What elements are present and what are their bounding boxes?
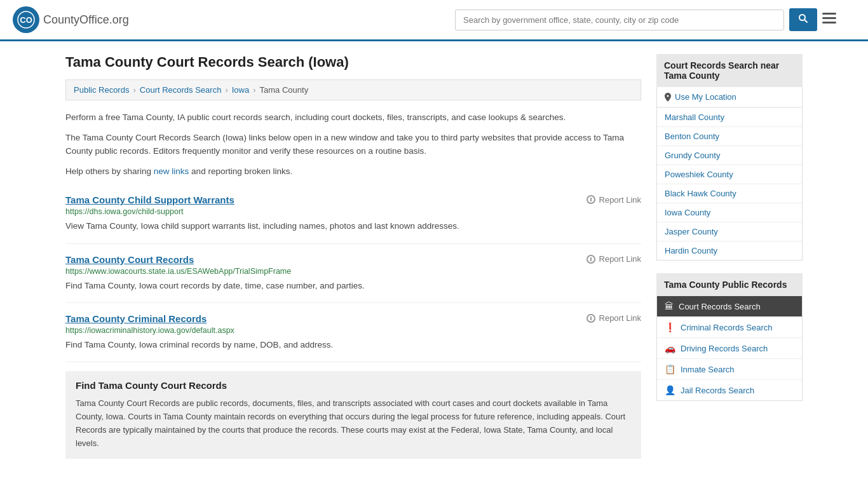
- nearby-county-link-7[interactable]: Hardin County: [657, 241, 802, 260]
- nearby-county-6: Jasper County: [657, 222, 802, 241]
- pub-rec-item-1: ❗ Criminal Records Search: [657, 317, 802, 338]
- find-section: Find Tama County Court Records Tama Coun…: [65, 371, 641, 459]
- nearby-county-2: Grundy County: [657, 146, 802, 165]
- breadcrumb-iowa[interactable]: Iowa: [232, 85, 249, 95]
- find-section-title: Find Tama County Court Records: [76, 380, 631, 391]
- pub-rec-item-0: 🏛 Court Records Search: [657, 296, 802, 317]
- nearby-county-7: Hardin County: [657, 241, 802, 260]
- pub-rec-label-3: Inmate Search: [681, 365, 735, 374]
- nearby-county-link-4[interactable]: Black Hawk County: [657, 184, 802, 203]
- pub-rec-link-1[interactable]: ❗ Criminal Records Search: [657, 317, 802, 337]
- use-location-label: Use My Location: [675, 92, 736, 102]
- nearby-county-link-2[interactable]: Grundy County: [657, 146, 802, 165]
- result-item-2: Tama County Court Records Report Link ht…: [65, 244, 641, 303]
- use-location-item: Use My Location: [657, 87, 802, 108]
- page-title: Tama County Court Records Search (Iowa): [65, 54, 641, 71]
- result-desc-2: Find Tama County, Iowa court records by …: [65, 280, 641, 292]
- intro-paragraph-2: The Tama County Court Records Search (Io…: [65, 131, 641, 158]
- result-url-2: https://www.iowacourts.state.ia.us/ESAWe…: [65, 267, 641, 276]
- nearby-county-link-3[interactable]: Poweshiek County: [657, 165, 802, 184]
- result-item-3: Tama County Criminal Records Report Link…: [65, 303, 641, 362]
- breadcrumb: Public Records › Court Records Search › …: [65, 79, 641, 100]
- public-records-list: 🏛 Court Records Search ❗ Criminal Record…: [656, 296, 803, 401]
- result-title-2[interactable]: Tama County Court Records: [65, 254, 194, 265]
- logo-text: CountyOffice.org: [43, 13, 129, 27]
- report-link-1[interactable]: Report Link: [586, 194, 641, 205]
- result-title-3[interactable]: Tama County Criminal Records: [65, 313, 207, 324]
- nearby-section: Court Records Search near Tama County Us…: [656, 54, 803, 261]
- intro-paragraph-3: Help others by sharing new links and rep…: [65, 165, 641, 179]
- new-links-link[interactable]: new links: [154, 166, 189, 176]
- pub-rec-item-3: 📋 Inmate Search: [657, 359, 802, 380]
- find-section-text: Tama County Court Records are public rec…: [76, 397, 631, 450]
- nearby-county-link-6[interactable]: Jasper County: [657, 222, 802, 241]
- svg-rect-4: [822, 13, 836, 15]
- nearby-county-4: Black Hawk County: [657, 184, 802, 203]
- pub-rec-label-4: Jail Records Search: [681, 386, 754, 395]
- use-location-btn[interactable]: Use My Location: [657, 87, 802, 107]
- inmate-search-icon: 📋: [665, 364, 675, 374]
- menu-button[interactable]: [822, 11, 836, 28]
- driving-records-icon: 🚗: [665, 343, 675, 353]
- svg-rect-6: [822, 22, 836, 24]
- svg-line-3: [804, 20, 807, 22]
- pub-rec-label-2: Driving Records Search: [681, 344, 768, 353]
- nearby-county-3: Poweshiek County: [657, 165, 802, 184]
- result-title-1[interactable]: Tama County Child Support Warrants: [65, 194, 234, 205]
- search-button[interactable]: [789, 8, 817, 31]
- court-records-icon: 🏛: [665, 301, 674, 311]
- result-desc-1: View Tama County, Iowa child support war…: [65, 220, 641, 233]
- header: CO CountyOffice.org: [0, 0, 868, 41]
- breadcrumb-court-records[interactable]: Court Records Search: [140, 85, 222, 95]
- pub-rec-link-3[interactable]: 📋 Inmate Search: [657, 359, 802, 379]
- result-url-3: https://iowacriminalhistory.iowa.gov/def…: [65, 326, 641, 335]
- report-link-2[interactable]: Report Link: [586, 254, 641, 264]
- result-item-1: Tama County Child Support Warrants Repor…: [65, 184, 641, 243]
- pub-rec-label-1: Criminal Records Search: [681, 323, 773, 332]
- search-input[interactable]: [455, 10, 784, 30]
- search-area: [455, 8, 836, 31]
- breadcrumb-public-records[interactable]: Public Records: [74, 85, 129, 95]
- pub-rec-link-2[interactable]: 🚗 Driving Records Search: [657, 338, 802, 358]
- criminal-records-icon: ❗: [665, 322, 675, 332]
- content-area: Tama County Court Records Search (Iowa) …: [65, 54, 641, 459]
- nearby-list: Use My Location Marshall County Benton C…: [656, 87, 803, 261]
- pub-rec-link-0[interactable]: 🏛 Court Records Search: [657, 296, 802, 316]
- intro-paragraph-1: Perform a free Tama County, IA public co…: [65, 111, 641, 125]
- svg-text:CO: CO: [20, 15, 32, 25]
- logo-icon: CO: [13, 6, 39, 33]
- jail-records-icon: 👤: [665, 385, 675, 395]
- report-link-3[interactable]: Report Link: [586, 313, 641, 323]
- result-desc-3: Find Tama County, Iowa criminal records …: [65, 339, 641, 351]
- nearby-county-link-5[interactable]: Iowa County: [657, 203, 802, 222]
- nearby-county-5: Iowa County: [657, 203, 802, 222]
- main-container: Tama County Court Records Search (Iowa) …: [53, 41, 815, 471]
- pub-rec-link-4[interactable]: 👤 Jail Records Search: [657, 380, 802, 400]
- public-records-section: Tama County Public Records 🏛 Court Recor…: [656, 273, 803, 401]
- nearby-county-1: Benton County: [657, 127, 802, 146]
- nearby-title: Court Records Search near Tama County: [656, 54, 803, 87]
- nearby-county-0: Marshall County: [657, 108, 802, 127]
- public-records-title: Tama County Public Records: [656, 273, 803, 296]
- pub-rec-item-2: 🚗 Driving Records Search: [657, 338, 802, 359]
- logo-area: CO CountyOffice.org: [13, 6, 129, 33]
- nearby-county-link-0[interactable]: Marshall County: [657, 108, 802, 126]
- result-url-1: https://dhs.iowa.gov/child-support: [65, 207, 641, 216]
- sidebar: Court Records Search near Tama County Us…: [656, 54, 803, 459]
- nearby-county-link-1[interactable]: Benton County: [657, 127, 802, 146]
- pub-rec-item-4: 👤 Jail Records Search: [657, 380, 802, 400]
- breadcrumb-tama-county: Tama County: [260, 85, 309, 95]
- svg-rect-5: [822, 17, 836, 19]
- pub-rec-label-0: Court Records Search: [679, 302, 761, 311]
